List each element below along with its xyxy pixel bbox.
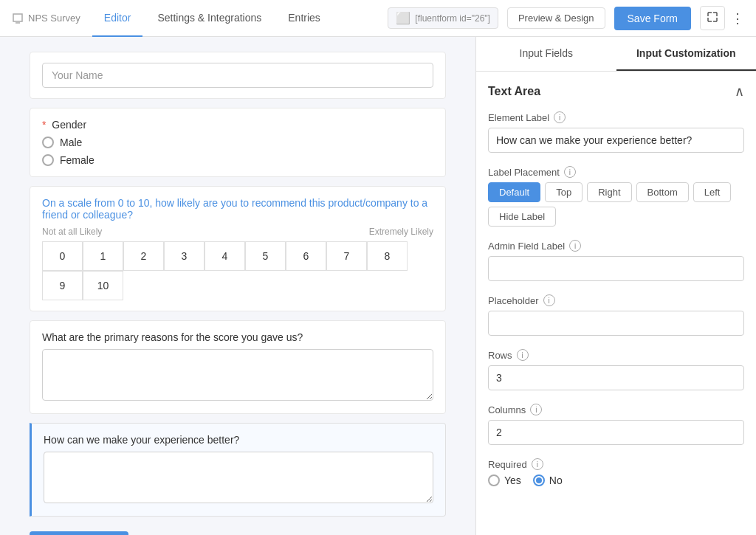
placement-default[interactable]: Default — [488, 182, 540, 202]
placement-top[interactable]: Top — [545, 182, 583, 202]
expand-button[interactable] — [700, 6, 725, 30]
nav-tab-settings[interactable]: Settings & Integrations — [145, 0, 273, 37]
admin-field-label-group: Admin Field Label i — [488, 240, 744, 281]
placeholder-input[interactable] — [488, 311, 744, 336]
label-placement-info-icon[interactable]: i — [564, 166, 576, 178]
scale-grid: 0 1 2 3 4 5 6 7 8 9 10 — [42, 241, 433, 300]
scale-row-1: 0 1 2 3 4 5 6 7 8 — [42, 241, 433, 271]
gender-radio-group: Male Female — [42, 137, 433, 166]
gender-male-radio[interactable] — [42, 137, 54, 148]
rows-group: Rows i — [488, 349, 744, 390]
panel-tabs: Input Fields Input Customization — [476, 37, 756, 72]
tab-input-customization[interactable]: Input Customization — [616, 37, 757, 71]
scale-cell-7[interactable]: 7 — [326, 241, 367, 271]
element-label-label: Element Label i — [488, 111, 744, 123]
scale-cell-10[interactable]: 10 — [83, 271, 123, 300]
submit-button[interactable]: Submit Form — [30, 531, 128, 535]
collapse-button[interactable]: ∧ — [735, 83, 744, 100]
nav-brand: NPS Survey — [12, 13, 80, 24]
reasons-label: What are the primary reasons for the sco… — [42, 331, 433, 343]
placement-bottom[interactable]: Bottom — [636, 182, 689, 202]
scale-cell-2[interactable]: 2 — [123, 241, 164, 271]
rows-info-icon[interactable]: i — [517, 349, 529, 361]
placeholder-info-icon[interactable]: i — [543, 294, 555, 306]
brand-icon — [12, 13, 24, 24]
gender-female-radio[interactable] — [42, 154, 54, 166]
placement-right[interactable]: Right — [587, 182, 631, 202]
gender-female-option[interactable]: Female — [42, 154, 433, 166]
required-star: * — [42, 119, 46, 131]
placeholder-label: Placeholder i — [488, 294, 744, 306]
required-info-icon[interactable]: i — [532, 458, 543, 470]
name-input[interactable] — [42, 63, 433, 88]
main-layout: * Gender Male Female On a scale from 0 t… — [0, 37, 756, 535]
rows-input[interactable] — [488, 365, 744, 390]
required-yes-label: Yes — [504, 474, 521, 486]
label-placement-group: Label Placement i Default Top Right Bott… — [488, 166, 744, 227]
scale-cell-4[interactable]: 4 — [205, 241, 245, 271]
preview-button[interactable]: Preview & Design — [507, 7, 605, 29]
scale-cell-0[interactable]: 0 — [42, 241, 83, 271]
nav-tab-entries[interactable]: Entries — [276, 0, 332, 37]
section-header: Text Area ∧ — [488, 83, 744, 100]
more-options-button[interactable]: ⋮ — [731, 10, 744, 27]
submit-block: Submit Form — [30, 525, 446, 535]
scale-labels: Not at all Likely Extremely Likely — [42, 227, 433, 237]
scale-cell-1[interactable]: 1 — [83, 241, 123, 271]
columns-info-icon[interactable]: i — [530, 404, 542, 415]
tab-input-fields[interactable]: Input Fields — [476, 37, 616, 71]
required-no-radio[interactable] — [533, 474, 545, 486]
required-no-option[interactable]: No — [533, 474, 563, 486]
brand-label: NPS Survey — [28, 13, 80, 24]
form-editor: * Gender Male Female On a scale from 0 t… — [0, 37, 475, 535]
placement-left[interactable]: Left — [693, 182, 732, 202]
scale-cell-3[interactable]: 3 — [164, 241, 205, 271]
scale-cell-6[interactable]: 6 — [286, 241, 326, 271]
placement-hide-label[interactable]: Hide Label — [488, 207, 556, 227]
gender-male-option[interactable]: Male — [42, 137, 433, 148]
scale-low-label: Not at all Likely — [42, 227, 102, 237]
shortcode-box: ⬜ [fluentform id="26"] — [388, 7, 498, 29]
columns-group: Columns i — [488, 404, 744, 445]
scale-cell-8[interactable]: 8 — [367, 241, 408, 271]
placement-buttons: Default Top Right Bottom Left Hide Label — [488, 182, 744, 227]
admin-field-label-label: Admin Field Label i — [488, 240, 744, 252]
admin-field-input[interactable] — [488, 256, 744, 281]
scale-cell-5[interactable]: 5 — [245, 241, 286, 271]
label-placement-label: Label Placement i — [488, 166, 744, 178]
nav-tab-editor[interactable]: Editor — [92, 0, 143, 37]
scale-field-block: On a scale from 0 to 10, how likely are … — [30, 186, 446, 311]
name-field-block — [30, 52, 446, 99]
element-label-info-icon[interactable]: i — [554, 111, 566, 123]
reasons-textarea[interactable] — [42, 349, 433, 401]
columns-label: Columns i — [488, 404, 744, 415]
right-panel: Input Fields Input Customization Text Ar… — [475, 37, 756, 535]
expand-icon — [707, 11, 718, 23]
experience-label: How can we make your experience better? — [44, 434, 433, 446]
scale-question-text: On a scale from 0 to 10, how likely are … — [42, 197, 433, 221]
required-radio-group: Yes No — [488, 474, 744, 486]
section-title: Text Area — [488, 85, 540, 98]
experience-textarea[interactable] — [44, 452, 433, 503]
admin-field-info-icon[interactable]: i — [569, 240, 581, 252]
scale-cell-9[interactable]: 9 — [42, 271, 83, 300]
required-yes-option[interactable]: Yes — [488, 474, 521, 486]
required-no-label: No — [549, 474, 563, 486]
required-group: Required i Yes No — [488, 458, 744, 486]
experience-field-block: How can we make your experience better? — [30, 423, 446, 517]
element-label-input[interactable] — [488, 128, 744, 153]
shortcode-icon: ⬜ — [396, 11, 410, 25]
required-yes-radio[interactable] — [488, 474, 500, 486]
reasons-field-block: What are the primary reasons for the sco… — [30, 320, 446, 414]
rows-label: Rows i — [488, 349, 744, 361]
panel-body: Text Area ∧ Element Label i Label Placem… — [476, 72, 756, 511]
scale-row-2: 9 10 — [42, 271, 433, 300]
columns-input[interactable] — [488, 420, 744, 445]
scale-high-label: Extremely Likely — [369, 227, 433, 237]
placeholder-group: Placeholder i — [488, 294, 744, 336]
required-label: Required i — [488, 458, 744, 470]
save-button[interactable]: Save Form — [614, 7, 691, 30]
shortcode-text: [fluentform id="26"] — [415, 13, 490, 24]
gender-field-block: * Gender Male Female — [30, 108, 446, 177]
gender-label: * Gender — [42, 119, 433, 131]
